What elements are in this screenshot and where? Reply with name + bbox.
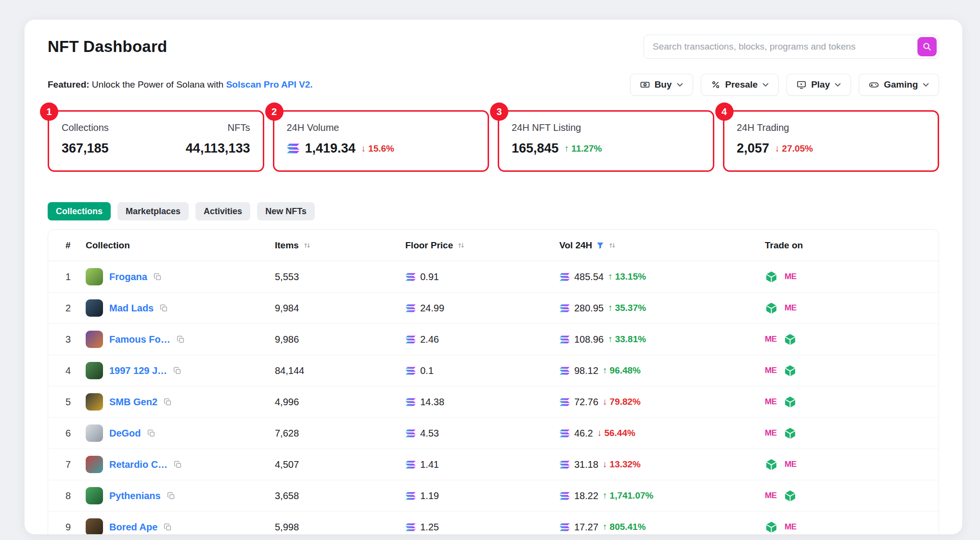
header-items: Items [275,240,405,251]
solana-icon [559,523,570,531]
tensor-icon[interactable] [765,458,778,471]
magic-eden-icon[interactable]: ME [765,491,777,501]
collection-link[interactable]: Famous Fo… [109,334,170,345]
collections-label: Collections [62,122,109,133]
presale-button[interactable]: Presale [701,74,779,96]
vol-24h-cell: 98.12 ↑ 96.48% [559,365,765,376]
trading-stat-card: 4 24H Trading 2,057 ↓ 27.05% [723,110,940,172]
vol-24h-cell: 72.76 ↓ 79.82% [559,397,765,408]
collection-link[interactable]: Retardio C… [109,459,168,470]
collection-avatar [86,518,103,535]
play-button[interactable]: Play [787,74,851,96]
items-cell: 5,553 [275,271,405,283]
trade-on-cell: ME [765,489,921,502]
copy-icon[interactable] [147,429,155,437]
tensor-icon[interactable] [784,489,797,502]
tensor-icon[interactable] [784,427,797,440]
search-icon [922,42,932,51]
solana-icon [287,143,299,154]
copy-icon[interactable] [160,304,168,312]
collection-avatar [86,487,103,504]
vol-change: ↑ 33.81% [608,334,646,345]
tensor-icon[interactable] [765,521,778,534]
copy-icon[interactable] [173,367,181,375]
trade-on-cell: ME [765,333,921,346]
magic-eden-icon[interactable]: ME [785,522,797,532]
tab-activities[interactable]: Activities [195,202,250,220]
copy-icon[interactable] [167,492,175,500]
tensor-icon[interactable] [784,396,797,409]
copy-icon[interactable] [164,398,172,406]
collections-stat-card: 1 Collections 367,185 NFTs 44,113,133 [48,110,264,172]
tab-marketplaces[interactable]: Marketplaces [117,202,189,220]
up-arrow-icon: ↑ [565,143,569,154]
magic-eden-icon[interactable]: ME [765,428,777,438]
collection-link[interactable]: Pythenians [109,490,161,501]
magic-eden-icon[interactable]: ME [785,303,797,313]
buy-button[interactable]: Buy [630,74,693,96]
solana-icon [559,461,570,469]
vol-24h-cell: 18.22 ↑ 1,741.07% [559,490,765,501]
tensor-icon[interactable] [784,364,797,377]
solana-icon [405,461,416,469]
featured-label: Featured: [48,79,90,90]
vol-change: ↑ 96.48% [603,365,641,376]
collection-link[interactable]: DeGod [109,428,141,439]
copy-icon[interactable] [164,523,172,531]
copy-icon[interactable] [174,461,182,469]
floor-price-cell: 1.41 [405,459,559,470]
collections-table: # Collection Items Floor Price [48,229,939,535]
filter-icon[interactable] [596,242,604,249]
collection-link[interactable]: Frogana [109,271,147,283]
magic-eden-icon[interactable]: ME [765,397,777,407]
collection-link[interactable]: Mad Lads [109,303,154,314]
magic-eden-icon[interactable]: ME [785,460,797,469]
solana-icon [405,273,416,281]
collection-cell: Frogana [86,268,275,285]
collection-link[interactable]: Bored Ape [109,522,157,533]
sort-icon[interactable] [457,242,465,249]
collection-avatar [86,456,103,473]
vol-change: ↑ 13.15% [608,271,646,282]
solana-icon [559,492,570,500]
floor-price-cell: 1.19 [405,490,559,501]
collections-value: 367,185 [62,141,109,156]
sort-icon[interactable] [303,242,311,249]
tensor-icon[interactable] [765,270,778,283]
solana-icon [405,398,416,406]
magic-eden-icon[interactable]: ME [765,334,777,344]
magic-eden-icon[interactable]: ME [785,272,797,282]
collection-link[interactable]: 1997 129 J… [109,365,167,376]
trading-label: 24H Trading [737,122,926,133]
vol-change: ↓ 13.32% [603,459,641,470]
tab-collections[interactable]: Collections [48,202,111,220]
tab-new-nfts[interactable]: New NFTs [257,202,315,220]
items-cell: 9,986 [275,334,405,345]
play-icon [797,80,806,90]
copy-icon[interactable] [177,335,185,344]
solana-icon [559,335,570,344]
collection-cell: DeGod [86,424,275,442]
tensor-icon[interactable] [784,333,797,346]
gaming-button[interactable]: Gaming [859,74,939,96]
solana-icon [405,492,416,500]
search-input[interactable] [644,35,939,59]
sort-icon[interactable] [608,242,616,249]
solana-icon [405,335,416,344]
collection-avatar [86,393,103,411]
volume-label: 24H Volume [287,122,476,133]
tensor-icon[interactable] [765,302,778,315]
floor-price-cell: 4.53 [405,428,559,439]
solana-icon [559,367,570,375]
buy-icon [640,80,650,90]
collection-link[interactable]: SMB Gen2 [109,397,157,408]
collection-cell: Retardio C… [86,456,275,473]
copy-icon[interactable] [154,273,162,281]
magic-eden-icon[interactable]: ME [765,366,777,375]
solscan-pro-api-link[interactable]: Solscan Pro API V2. [226,79,313,90]
floor-price-cell: 24.99 [405,303,559,314]
volume-stat-card: 2 24H Volume 1,419.34 ↓ 15.6% [273,110,490,172]
table-row: 2 Mad Lads 9,984 24.99 280.95 ↑ 35.37% [48,293,939,324]
featured-text: Unlock the Power of Solana with [92,79,224,90]
search-button[interactable] [917,37,937,56]
